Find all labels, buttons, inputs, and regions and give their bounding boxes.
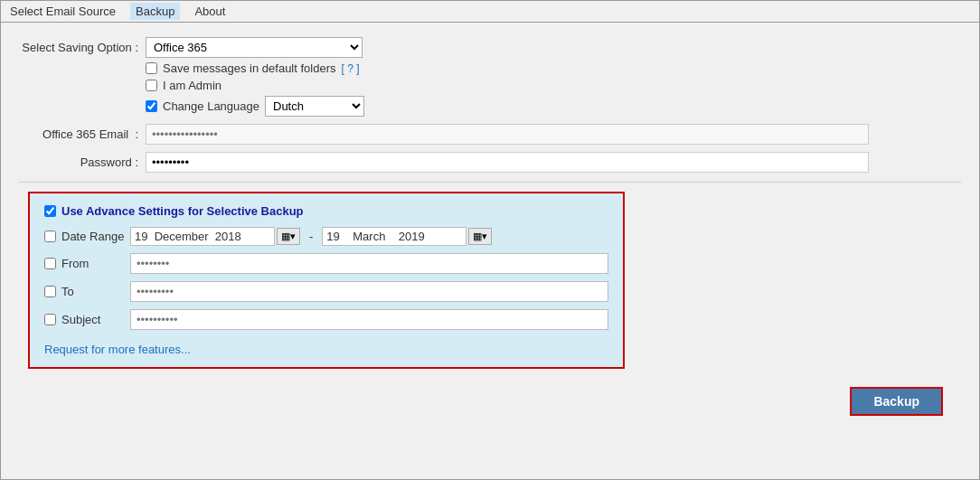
advanced-title: Use Advance Settings for Selective Backu… (44, 204, 608, 218)
divider (19, 182, 961, 183)
password-field-container (146, 152, 961, 173)
to-row: To (44, 281, 608, 302)
menu-about[interactable]: About (189, 3, 231, 20)
date-from-picker: ▦▾ (130, 227, 300, 246)
from-row: From (44, 253, 608, 274)
subject-input[interactable] (130, 309, 608, 330)
saving-option-field: Office 365 Gmail Yahoo Outlook Save mess… (146, 37, 961, 117)
to-input[interactable] (130, 281, 608, 302)
main-window: Select Email Source Backup About Select … (0, 0, 980, 480)
email-input[interactable] (146, 124, 869, 145)
bottom-bar: Backup (19, 378, 961, 425)
saving-option-select[interactable]: Office 365 Gmail Yahoo Outlook (146, 37, 363, 58)
advanced-settings-box: Use Advance Settings for Selective Backu… (28, 192, 625, 369)
subject-checkbox[interactable] (44, 314, 56, 325)
change-language-row: Change Language Dutch English French Ger… (146, 96, 961, 117)
admin-row: I am Admin (146, 79, 961, 92)
saving-option-row: Select Saving Option : Office 365 Gmail … (19, 37, 961, 117)
request-link[interactable]: Request for more features... (44, 343, 191, 356)
admin-label: I am Admin (163, 79, 221, 92)
email-row: Office 365 Email : (19, 124, 961, 145)
date-separator: - (306, 230, 316, 243)
date-from-input[interactable] (130, 227, 275, 246)
menu-backup[interactable]: Backup (130, 3, 180, 20)
select-option-row: Office 365 Gmail Yahoo Outlook (146, 37, 961, 58)
date-range-label: Date Range (61, 230, 125, 243)
language-select[interactable]: Dutch English French German (265, 96, 364, 117)
checkboxes-col: Save messages in default folders [ ? ] I… (146, 61, 961, 117)
date-range-checkbox[interactable] (44, 231, 56, 242)
password-input[interactable] (146, 152, 869, 173)
help-link[interactable]: [ ? ] (342, 62, 360, 75)
date-from-btn[interactable]: ▦▾ (277, 228, 300, 245)
password-row: Password : (19, 152, 961, 173)
to-label: To (61, 285, 125, 298)
admin-checkbox[interactable] (146, 80, 157, 91)
email-field-container (146, 124, 961, 145)
password-label: Password : (19, 152, 146, 169)
save-messages-row: Save messages in default folders [ ? ] (146, 61, 961, 75)
menubar: Select Email Source Backup About (1, 1, 979, 23)
email-label: Office 365 Email : (19, 124, 146, 141)
save-messages-label: Save messages in default folders (163, 61, 336, 75)
change-language-checkbox[interactable] (146, 100, 157, 112)
date-to-btn[interactable]: ▦▾ (468, 228, 492, 245)
save-messages-checkbox[interactable] (146, 62, 157, 74)
advanced-title-text: Use Advance Settings for Selective Backu… (61, 204, 304, 218)
subject-row: Subject (44, 309, 608, 330)
main-content: Select Saving Option : Office 365 Gmail … (1, 23, 979, 479)
from-label: From (61, 257, 125, 270)
request-link-row: Request for more features... (44, 337, 608, 356)
date-to-picker: ▦▾ (322, 227, 492, 246)
to-checkbox[interactable] (44, 286, 56, 297)
backup-button[interactable]: Backup (850, 387, 943, 416)
saving-option-label: Select Saving Option : (19, 37, 146, 54)
from-checkbox[interactable] (44, 258, 56, 269)
change-language-label: Change Language (163, 99, 259, 113)
advanced-checkbox[interactable] (44, 205, 56, 217)
date-to-input[interactable] (322, 227, 466, 246)
menu-select-email-source[interactable]: Select Email Source (5, 3, 121, 20)
from-input[interactable] (130, 253, 608, 274)
date-range-row: Date Range ▦▾ - ▦▾ (44, 227, 608, 246)
subject-label: Subject (61, 313, 125, 326)
